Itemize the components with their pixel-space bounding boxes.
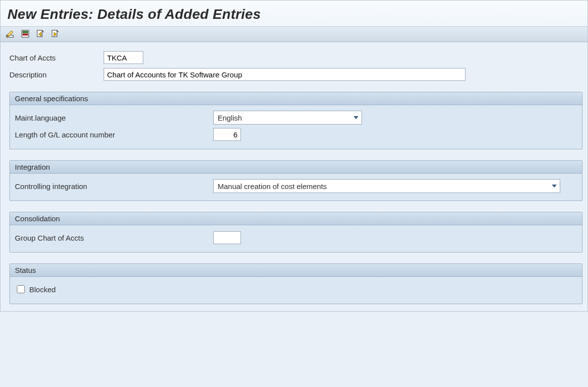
group-title-general: General specifications: [10, 92, 582, 105]
controlling-integration-value: Manual creation of cost elements: [218, 182, 327, 191]
blocked-checkbox-row[interactable]: Blocked: [15, 284, 56, 295]
next-entry-button[interactable]: [49, 29, 61, 40]
group-title-consolidation: Consolidation: [10, 212, 582, 225]
toolbar: [0, 27, 588, 42]
title-bar: New Entries: Details of Added Entries: [0, 0, 588, 27]
group-chart-of-accts-label: Group Chart of Accts: [15, 234, 213, 242]
chevron-down-icon: [353, 116, 358, 119]
maint-language-select[interactable]: English: [213, 111, 362, 125]
chart-of-accts-input[interactable]: [104, 51, 143, 64]
controlling-integration-select[interactable]: Manual creation of cost elements: [213, 179, 560, 193]
content-area: Chart of Accts Description General speci…: [0, 42, 588, 311]
group-general-specifications: General specifications Maint.language En…: [9, 92, 583, 149]
group-title-status: Status: [10, 264, 582, 277]
group-chart-of-accts-input[interactable]: [213, 231, 241, 244]
blocked-checkbox[interactable]: [17, 285, 25, 293]
controlling-integration-label: Controlling integration: [15, 182, 213, 191]
svg-rect-2: [23, 34, 28, 35]
group-title-integration: Integration: [10, 161, 582, 174]
toggle-edit-button[interactable]: [4, 29, 16, 40]
chevron-down-icon: [552, 185, 557, 188]
blocked-label: Blocked: [29, 285, 56, 294]
maint-language-value: English: [218, 114, 242, 122]
delete-icon: [21, 29, 30, 40]
previous-entry-button[interactable]: [34, 29, 46, 40]
description-label: Description: [9, 70, 104, 79]
svg-rect-3: [23, 31, 28, 33]
gl-length-input[interactable]: [213, 128, 241, 141]
prev-entry-icon: [36, 29, 45, 40]
edit-icon: [6, 29, 15, 40]
page-title: New Entries: Details of Added Entries: [7, 6, 581, 22]
delete-button[interactable]: [19, 29, 31, 40]
next-entry-icon: [51, 29, 59, 40]
gl-length-label: Length of G/L account number: [15, 130, 213, 139]
group-consolidation: Consolidation Group Chart of Accts: [9, 212, 583, 253]
maint-language-label: Maint.language: [15, 114, 213, 122]
sap-detail-screen: New Entries: Details of Added Entries: [0, 0, 588, 312]
description-input[interactable]: [104, 68, 466, 81]
chart-of-accts-label: Chart of Accts: [9, 54, 104, 62]
group-integration: Integration Controlling integration Manu…: [9, 160, 583, 201]
group-status: Status Blocked: [9, 263, 583, 304]
